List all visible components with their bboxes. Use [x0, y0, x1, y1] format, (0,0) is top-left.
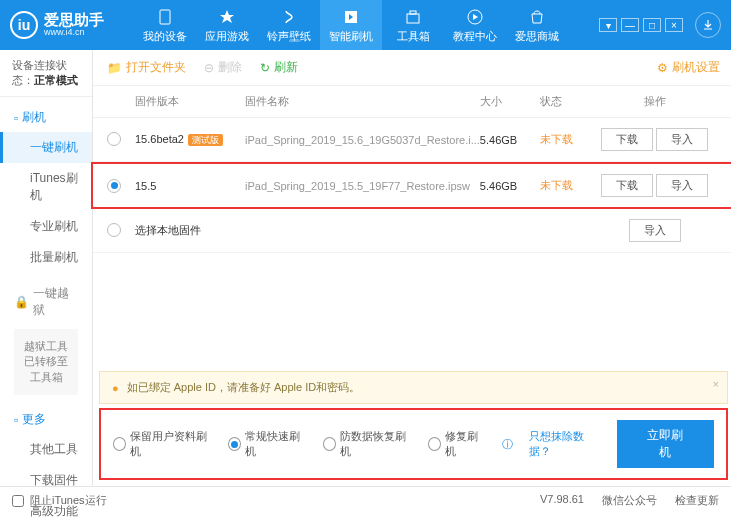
- app-name: 爱思助手: [44, 12, 104, 29]
- opt-antirecovery[interactable]: 防数据恢复刷机: [323, 429, 412, 459]
- import-button[interactable]: 导入: [656, 128, 708, 151]
- nav-tutorial[interactable]: 教程中心: [444, 0, 506, 50]
- sidebar-section-jailbreak[interactable]: 🔒 一键越狱: [0, 279, 92, 325]
- radio-fw-0[interactable]: [107, 132, 121, 146]
- appleid-warning: ● 如已绑定 Apple ID，请准备好 Apple ID和密码。 ×: [99, 371, 728, 404]
- open-folder-button[interactable]: 📁 打开文件夹: [107, 59, 186, 76]
- sidebar-item-flash-3[interactable]: 批量刷机: [0, 242, 92, 273]
- flash-icon: [341, 7, 361, 27]
- erase-only-link[interactable]: 只想抹除数据？: [529, 429, 601, 459]
- sidebar-item-more-0[interactable]: 其他工具: [0, 434, 92, 465]
- close-warning-icon[interactable]: ×: [712, 378, 718, 390]
- svg-rect-2: [407, 14, 419, 23]
- toolbox-icon: [403, 7, 423, 27]
- nav-flash[interactable]: 智能刷机: [320, 0, 382, 50]
- tutorial-icon: [465, 7, 485, 27]
- info-icon[interactable]: ⓘ: [502, 437, 513, 452]
- table-header: 固件版本 固件名称 大小 状态 操作: [93, 86, 731, 118]
- opt-repair[interactable]: 修复刷机: [428, 429, 486, 459]
- firmware-row[interactable]: 15.5iPad_Spring_2019_15.5_19F77_Restore.…: [91, 162, 731, 209]
- svg-rect-0: [160, 10, 170, 24]
- apps-icon: [217, 7, 237, 27]
- win-menu-icon[interactable]: ▾: [599, 18, 617, 32]
- app-url: www.i4.cn: [44, 28, 104, 38]
- svg-rect-3: [410, 11, 416, 14]
- radio-local[interactable]: [107, 223, 121, 237]
- check-update-link[interactable]: 检查更新: [675, 493, 719, 508]
- nav-toolbox[interactable]: 工具箱: [382, 0, 444, 50]
- opt-normal[interactable]: 常规快速刷机: [228, 429, 307, 459]
- import-button[interactable]: 导入: [656, 174, 708, 197]
- firmware-row[interactable]: 15.6beta2测试版iPad_Spring_2019_15.6_19G503…: [93, 118, 731, 162]
- sidebar-item-flash-0[interactable]: 一键刷机: [0, 132, 92, 163]
- nav-ring[interactable]: 铃声壁纸: [258, 0, 320, 50]
- sidebar-item-flash-2[interactable]: 专业刷机: [0, 211, 92, 242]
- win-close-icon[interactable]: ×: [665, 18, 683, 32]
- nav-apps[interactable]: 应用游戏: [196, 0, 258, 50]
- local-firmware-row[interactable]: 选择本地固件 导入: [93, 209, 731, 253]
- radio-fw-1[interactable]: [107, 179, 121, 193]
- store-icon: [527, 7, 547, 27]
- refresh-button[interactable]: ↻ 刷新: [260, 59, 298, 76]
- sidebar-item-flash-1[interactable]: iTunes刷机: [0, 163, 92, 211]
- logo-icon: iu: [10, 11, 38, 39]
- jailbreak-notice: 越狱工具已转移至 工具箱: [14, 329, 78, 395]
- block-itunes-checkbox[interactable]: [12, 495, 24, 507]
- delete-button[interactable]: ⊖ 删除: [204, 59, 242, 76]
- win-min-icon[interactable]: —: [621, 18, 639, 32]
- app-logo: iu 爱思助手 www.i4.cn: [10, 11, 104, 39]
- wechat-link[interactable]: 微信公众号: [602, 493, 657, 508]
- version-label: V7.98.61: [540, 493, 584, 508]
- window-controls: ▾ — □ ×: [599, 12, 721, 38]
- download-button[interactable]: 下载: [601, 128, 653, 151]
- warning-icon: ●: [112, 382, 119, 394]
- flash-now-button[interactable]: 立即刷机: [617, 420, 714, 468]
- device-icon: [155, 7, 175, 27]
- flash-settings-button[interactable]: ⚙ 刷机设置: [657, 59, 720, 76]
- nav-device[interactable]: 我的设备: [134, 0, 196, 50]
- connection-status: 设备连接状态：正常模式: [0, 50, 92, 97]
- sidebar-section-more[interactable]: ▫ 更多: [0, 405, 92, 434]
- sidebar-item-more-1[interactable]: 下载固件: [0, 465, 92, 496]
- download-manager-icon[interactable]: [695, 12, 721, 38]
- ring-icon: [279, 7, 299, 27]
- win-max-icon[interactable]: □: [643, 18, 661, 32]
- opt-keep-data[interactable]: 保留用户资料刷机: [113, 429, 212, 459]
- flash-options-bar: 保留用户资料刷机 常规快速刷机 防数据恢复刷机 修复刷机 ⓘ 只想抹除数据？ 立…: [99, 408, 728, 480]
- sidebar-section-flash[interactable]: ▫ 刷机: [0, 103, 92, 132]
- import-button[interactable]: 导入: [629, 219, 681, 242]
- nav-store[interactable]: 爱思商城: [506, 0, 568, 50]
- block-itunes-label: 阻止iTunes运行: [30, 493, 107, 508]
- download-button[interactable]: 下载: [601, 174, 653, 197]
